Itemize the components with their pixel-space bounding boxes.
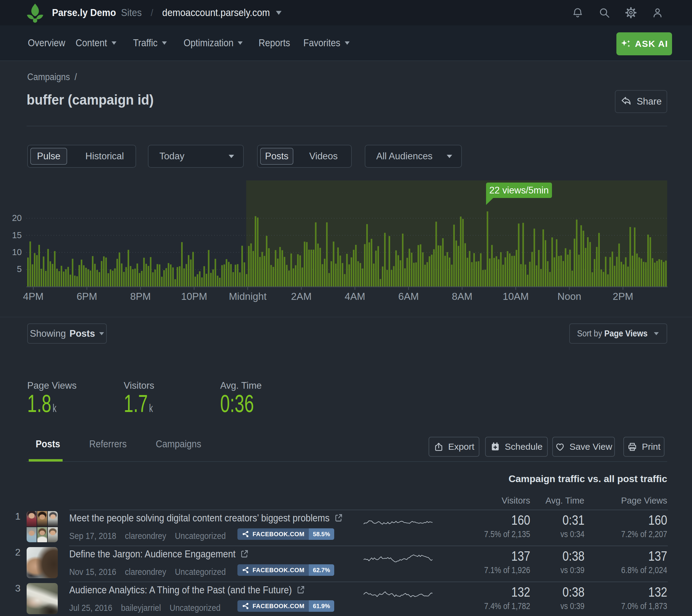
svg-text:22 views/5min: 22 views/5min — [489, 185, 549, 196]
svg-text:2AM: 2AM — [291, 291, 312, 302]
svg-text:6PM: 6PM — [77, 291, 97, 302]
svg-text:10PM: 10PM — [181, 291, 207, 302]
svg-text:Midnight: Midnight — [229, 291, 267, 302]
svg-text:20: 20 — [12, 213, 22, 223]
svg-text:5: 5 — [17, 264, 22, 274]
svg-text:2PM: 2PM — [613, 291, 633, 302]
svg-text:8PM: 8PM — [130, 291, 151, 302]
svg-text:Noon: Noon — [558, 291, 581, 302]
svg-text:6AM: 6AM — [398, 291, 419, 302]
svg-text:4AM: 4AM — [345, 291, 365, 302]
svg-text:15: 15 — [12, 230, 22, 240]
svg-text:4PM: 4PM — [23, 291, 44, 302]
svg-text:10AM: 10AM — [503, 291, 529, 302]
svg-text:8AM: 8AM — [452, 291, 473, 302]
svg-text:10: 10 — [12, 247, 22, 257]
